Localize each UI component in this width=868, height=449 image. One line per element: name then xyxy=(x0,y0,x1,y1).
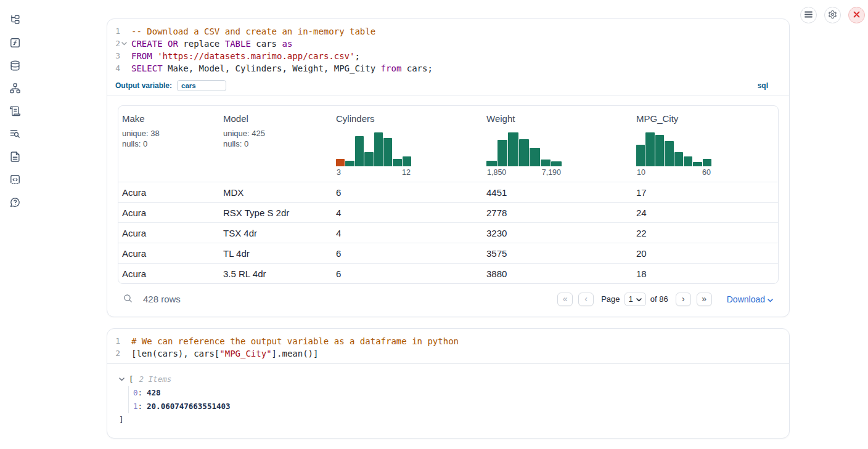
histogram-bar xyxy=(486,161,497,166)
variables-icon[interactable] xyxy=(8,36,22,49)
table-row[interactable]: AcuraTL 4dr6357520 xyxy=(118,243,778,263)
table-row[interactable]: AcuraMDX6445117 xyxy=(118,182,778,202)
item-colon: : xyxy=(138,400,143,413)
chevron-down-icon xyxy=(768,294,773,304)
table-cell: 6 xyxy=(332,269,483,279)
settings-button[interactable] xyxy=(824,7,841,23)
last-page-button[interactable]: » xyxy=(697,293,712,306)
histogram xyxy=(336,132,411,166)
datasources-icon[interactable] xyxy=(8,59,22,71)
table-cell: 17 xyxy=(633,187,778,198)
histogram-bar xyxy=(655,135,664,166)
collapse-icon[interactable] xyxy=(119,378,126,381)
histogram-labels: 1060 xyxy=(636,168,711,177)
help-icon[interactable] xyxy=(8,196,22,208)
first-page-button[interactable]: « xyxy=(557,293,573,306)
output-variable-input[interactable] xyxy=(177,80,226,91)
histogram-bar xyxy=(519,139,530,166)
code-line[interactable]: 3FROM 'https://datasets.marimo.app/cars.… xyxy=(107,50,789,62)
histogram-bar xyxy=(336,159,345,166)
dependency-graph-icon[interactable] xyxy=(8,82,22,94)
code-token: ; xyxy=(354,51,359,61)
code-line[interactable]: 1-- Download a CSV and create an in-memo… xyxy=(107,25,789,38)
table-cell: TL 4dr xyxy=(219,248,332,259)
gutter-spacer xyxy=(120,25,128,38)
histogram-bar xyxy=(645,132,654,166)
download-button[interactable]: Download xyxy=(727,294,773,304)
column-histogram: 1060 xyxy=(636,132,711,177)
output-variable-row: Output variable: sql xyxy=(107,78,789,95)
column-header-cylinders[interactable]: Cylinders312 xyxy=(332,106,483,182)
table-body: AcuraMDX6445117AcuraRSX Type S 2dr427782… xyxy=(118,182,778,283)
column-stat: unique: 38 xyxy=(122,128,215,139)
line-number: 2 xyxy=(107,38,120,50)
histogram-bar xyxy=(374,132,383,166)
code-text: -- Download a CSV and create an in-memor… xyxy=(128,25,375,38)
column-histogram: 1,8507,190 xyxy=(486,132,562,177)
code-text: [len(cars), cars["MPG_City"].mean()] xyxy=(128,347,318,360)
column-header-weight[interactable]: Weight1,8507,190 xyxy=(483,106,633,182)
table-cell: Acura xyxy=(118,187,219,198)
next-page-button[interactable]: › xyxy=(676,293,691,306)
histogram-labels: 1,8507,190 xyxy=(486,168,562,177)
column-label: Model xyxy=(223,113,327,124)
histogram-bar xyxy=(345,161,354,166)
table-cell: MDX xyxy=(219,187,332,198)
table-cell: Acura xyxy=(118,208,219,218)
table-row[interactable]: AcuraTSX 4dr4323022 xyxy=(118,222,778,243)
table-cell: 4 xyxy=(332,208,483,218)
page-total: of 86 xyxy=(650,294,668,304)
histogram-bar xyxy=(530,148,540,166)
column-header-model[interactable]: Modelunique: 425nulls: 0 xyxy=(219,106,332,182)
search-button[interactable] xyxy=(123,293,133,305)
table-row[interactable]: AcuraRSX Type S 2dr4277824 xyxy=(118,202,778,222)
table-cell: 3880 xyxy=(483,269,633,279)
menu-button[interactable] xyxy=(800,7,817,23)
sidebar xyxy=(0,0,30,449)
search-icon xyxy=(123,293,133,305)
code-token xyxy=(152,51,157,61)
code-line[interactable]: 2[len(cars), cars["MPG_City"].mean()] xyxy=(107,347,789,360)
scratchpad-icon[interactable] xyxy=(8,105,22,117)
table-cell: Acura xyxy=(118,248,219,259)
table-cell: 6 xyxy=(332,187,483,198)
tree-item: 0:428 xyxy=(133,386,789,400)
line-number: 2 xyxy=(107,347,120,360)
column-label: MPG_City xyxy=(636,113,773,124)
table-cell: 24 xyxy=(633,208,778,218)
shutdown-button[interactable] xyxy=(848,7,865,23)
documentation-icon[interactable] xyxy=(8,150,22,163)
histogram-max-label: 7,190 xyxy=(542,168,561,177)
python-cell: 1# We can reference the output variable … xyxy=(107,328,790,439)
python-code-editor[interactable]: 1# We can reference the output variable … xyxy=(107,329,789,363)
code-line[interactable]: 1# We can reference the output variable … xyxy=(107,335,789,347)
table-cell: RSX Type S 2dr xyxy=(219,208,332,218)
fold-icon[interactable] xyxy=(120,38,128,50)
column-header-mpg_city[interactable]: MPG_City1060 xyxy=(633,106,778,182)
code-token: 'https://datasets.marimo.app/cars.csv' xyxy=(157,51,354,61)
table-cell: 3.5 RL 4dr xyxy=(219,269,332,279)
table-cell: 4 xyxy=(332,228,483,238)
table-row[interactable]: Acura3.5 RL 4dr6388018 xyxy=(118,263,778,283)
code-line[interactable]: 4SELECT Make, Model, Cylinders, Weight, … xyxy=(107,62,789,75)
language-badge[interactable]: sql xyxy=(758,81,768,90)
item-index: 0 xyxy=(133,386,138,400)
prev-page-button[interactable]: ‹ xyxy=(578,293,594,306)
column-header-make[interactable]: Makeunique: 38nulls: 0 xyxy=(118,106,219,182)
line-number: 1 xyxy=(107,25,120,38)
code-text: FROM 'https://datasets.marimo.app/cars.c… xyxy=(128,50,360,62)
page-select[interactable]: 1 xyxy=(624,293,646,306)
file-explorer-icon[interactable] xyxy=(8,14,22,26)
gutter-spacer xyxy=(120,347,128,360)
table-footer: 428 rows « ‹ Page 1 of 86 › » Download xyxy=(118,284,779,314)
histogram-min-label: 10 xyxy=(637,168,645,177)
snippets-icon[interactable] xyxy=(8,173,22,185)
code-line[interactable]: 2CREATE OR replace TABLE cars as xyxy=(107,38,789,50)
close-bracket: ] xyxy=(119,413,789,427)
page-select-value: 1 xyxy=(629,294,633,304)
sql-code-editor[interactable]: 1-- Download a CSV and create an in-memo… xyxy=(107,19,789,78)
code-token: replace xyxy=(178,39,225,49)
histogram-bar xyxy=(541,160,551,166)
histogram-bar xyxy=(497,140,508,166)
logs-icon[interactable] xyxy=(8,127,22,140)
